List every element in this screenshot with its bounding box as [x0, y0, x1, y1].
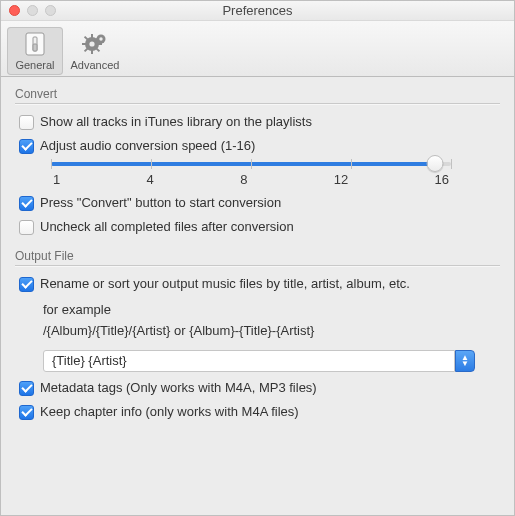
convert-title: Convert	[15, 87, 500, 101]
svg-rect-7	[82, 43, 86, 45]
show-all-tracks-row[interactable]: Show all tracks in iTunes library on the…	[15, 114, 500, 130]
metadata-row[interactable]: Metadata tags (Only works with M4A, MP3 …	[15, 380, 500, 396]
preferences-window: Preferences General	[0, 0, 515, 516]
pattern-dropdown-button[interactable]: ▲ ▼	[455, 350, 475, 372]
show-all-tracks-checkbox[interactable]	[19, 115, 34, 130]
show-all-tracks-label: Show all tracks in iTunes library on the…	[40, 114, 312, 129]
slider-tick	[451, 159, 452, 169]
slider-tick	[151, 159, 152, 169]
rename-example: for example /{Album}/{Title}/{Artist} or…	[43, 300, 500, 342]
titlebar: Preferences	[1, 1, 514, 21]
slider-label: 16	[434, 172, 448, 187]
adjust-speed-checkbox[interactable]	[19, 139, 34, 154]
press-convert-checkbox[interactable]	[19, 196, 34, 211]
chapter-checkbox[interactable]	[19, 405, 34, 420]
speed-slider[interactable]: 1 4 8 12 16	[51, 162, 451, 187]
metadata-checkbox[interactable]	[19, 381, 34, 396]
slider-tick	[51, 159, 52, 169]
example-line-2: /{Album}/{Title}/{Artist} or {Album}-{Ti…	[43, 321, 500, 342]
rename-label: Rename or sort your output music files b…	[40, 276, 410, 291]
minimize-button[interactable]	[27, 5, 38, 16]
output-title: Output File	[15, 249, 500, 263]
svg-rect-2	[33, 44, 37, 51]
slider-track[interactable]	[51, 162, 451, 166]
gear-icon	[82, 31, 108, 57]
rename-row[interactable]: Rename or sort your output music files b…	[15, 276, 500, 292]
chapter-label: Keep chapter info (only works with M4A f…	[40, 404, 299, 419]
uncheck-completed-row[interactable]: Uncheck all completed files after conver…	[15, 219, 500, 235]
close-button[interactable]	[9, 5, 20, 16]
slider-fill	[51, 162, 435, 166]
press-convert-label: Press "Convert" button to start conversi…	[40, 195, 281, 210]
divider	[15, 103, 500, 104]
toolbar: General	[1, 21, 514, 77]
svg-point-4	[89, 41, 94, 46]
chevron-down-icon: ▼	[461, 361, 469, 367]
rename-checkbox[interactable]	[19, 277, 34, 292]
slider-tick	[251, 159, 252, 169]
slider-label: 12	[334, 172, 348, 187]
slider-labels: 1 4 8 12 16	[51, 172, 451, 187]
zoom-button[interactable]	[45, 5, 56, 16]
example-line-1: for example	[43, 300, 500, 321]
pattern-input[interactable]	[43, 350, 455, 372]
svg-point-14	[99, 37, 102, 40]
speed-slider-wrap: 1 4 8 12 16	[51, 162, 451, 187]
slider-label: 8	[240, 172, 247, 187]
content-area: Convert Show all tracks in iTunes librar…	[1, 77, 514, 515]
svg-rect-6	[91, 50, 93, 54]
adjust-speed-row[interactable]: Adjust audio conversion speed (1-16)	[15, 138, 500, 154]
divider	[15, 265, 500, 266]
uncheck-completed-label: Uncheck all completed files after conver…	[40, 219, 294, 234]
slider-label: 1	[53, 172, 60, 187]
pattern-input-row: ▲ ▼	[43, 350, 475, 372]
switch-icon	[22, 31, 48, 57]
svg-rect-5	[91, 34, 93, 38]
slider-tick	[351, 159, 352, 169]
chapter-row[interactable]: Keep chapter info (only works with M4A f…	[15, 404, 500, 420]
convert-group: Convert Show all tracks in iTunes librar…	[15, 87, 500, 235]
uncheck-completed-checkbox[interactable]	[19, 220, 34, 235]
output-group: Output File Rename or sort your output m…	[15, 249, 500, 420]
window-controls	[1, 5, 56, 16]
tab-general-label: General	[15, 59, 54, 71]
metadata-label: Metadata tags (Only works with M4A, MP3 …	[40, 380, 317, 395]
tab-advanced-label: Advanced	[71, 59, 120, 71]
tab-advanced[interactable]: Advanced	[67, 27, 123, 75]
adjust-speed-label: Adjust audio conversion speed (1-16)	[40, 138, 255, 153]
tab-general[interactable]: General	[7, 27, 63, 75]
slider-thumb[interactable]	[427, 155, 444, 172]
window-title: Preferences	[1, 3, 514, 18]
slider-label: 4	[147, 172, 154, 187]
press-convert-row[interactable]: Press "Convert" button to start conversi…	[15, 195, 500, 211]
